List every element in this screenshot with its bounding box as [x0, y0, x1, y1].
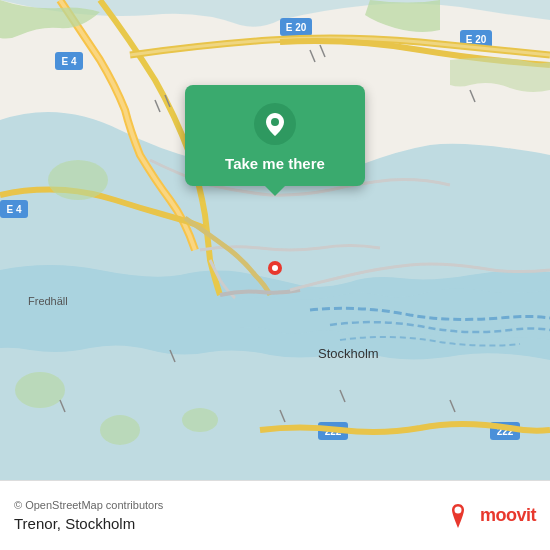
- bottom-bar: © OpenStreetMap contributors Trenor, Sto…: [0, 480, 550, 550]
- svg-text:Fredhäll: Fredhäll: [28, 295, 68, 307]
- svg-text:E 20: E 20: [466, 34, 487, 45]
- copyright-text: © OpenStreetMap contributors: [14, 499, 163, 511]
- popup-card[interactable]: Take me there: [185, 85, 365, 186]
- svg-point-18: [182, 408, 218, 432]
- moovit-text: moovit: [480, 505, 536, 526]
- svg-point-32: [271, 118, 279, 126]
- svg-point-16: [15, 372, 65, 408]
- moovit-icon: [442, 500, 474, 532]
- moovit-logo: moovit: [442, 500, 536, 532]
- map-container: E 4 E 4 E 20 E 20 222: [0, 0, 550, 480]
- location-pin-icon: [254, 103, 296, 145]
- svg-text:E 4: E 4: [6, 204, 21, 215]
- svg-point-15: [48, 160, 108, 200]
- svg-point-17: [100, 415, 140, 445]
- location-name: Trenor, Stockholm: [14, 515, 163, 532]
- popup-label: Take me there: [225, 155, 325, 172]
- svg-text:Stockholm: Stockholm: [318, 346, 379, 361]
- svg-point-33: [454, 506, 461, 513]
- svg-text:E 4: E 4: [61, 56, 76, 67]
- bottom-info: © OpenStreetMap contributors Trenor, Sto…: [14, 499, 163, 532]
- svg-text:E 20: E 20: [286, 22, 307, 33]
- svg-point-30: [272, 265, 278, 271]
